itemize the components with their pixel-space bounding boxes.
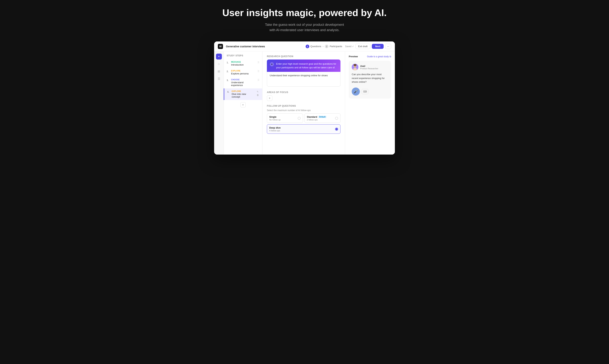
areas-label: Areas of focus bbox=[267, 91, 340, 94]
svg-point-6 bbox=[354, 64, 357, 66]
research-banner: ✦ Enter your high level research goal an… bbox=[267, 60, 340, 72]
agent-name: Axel bbox=[360, 65, 378, 67]
step-arrow: › bbox=[323, 45, 323, 48]
preview-avatar-row: Axel Product Researcher bbox=[352, 64, 388, 70]
app-logo: W bbox=[218, 44, 223, 49]
app-window: W Generative customer interviews 1 Quest… bbox=[214, 41, 395, 155]
step-1-label: Introduction bbox=[231, 63, 256, 66]
followup-option-single[interactable]: Single No follow-up bbox=[267, 114, 303, 123]
step-item-2[interactable]: 2. EXPLORE Explore persona ⠿ bbox=[224, 68, 262, 77]
areas-section: Areas of focus + bbox=[267, 91, 340, 101]
preview-agent-info: Axel Product Researcher bbox=[360, 65, 378, 70]
title-bar-actions: Saved ✓ Exit draft Next ··· bbox=[345, 44, 391, 49]
sidebar-grid-icon[interactable]: ⊞ bbox=[216, 68, 222, 74]
sidebar-home-icon[interactable]: ⌂ bbox=[216, 61, 222, 67]
hero-subtitle: Take the guess-work out of your product … bbox=[222, 22, 387, 33]
step-4-delete-icon[interactable]: 🗑 bbox=[256, 94, 259, 97]
svg-point-5 bbox=[355, 66, 356, 66]
standard-sub: 2 follow-ups bbox=[307, 119, 333, 121]
research-textarea[interactable] bbox=[267, 72, 340, 87]
preview-header: Preview Guide to a great study ⧉ bbox=[349, 55, 391, 58]
standard-radio bbox=[335, 117, 338, 120]
step-item-3[interactable]: 3. CHOOSE Understand experience ⠿ bbox=[224, 77, 262, 88]
saved-indicator: Saved ✓ bbox=[345, 45, 354, 48]
step-1-badge: 1 Questions bbox=[306, 45, 321, 48]
sidebar-icons: + ⌂ ⊞ ☰ bbox=[214, 52, 224, 155]
title-bar: W Generative customer interviews 1 Quest… bbox=[214, 41, 395, 52]
default-badge: Default bbox=[318, 116, 326, 118]
step-4-label: Dive into new concept bbox=[232, 93, 254, 98]
banner-sparkle-icon: ✦ bbox=[270, 62, 274, 66]
step-4-actions: ✎ 🗑 bbox=[256, 90, 259, 97]
step-4-type: EXPLORE bbox=[232, 90, 254, 92]
more-options-button[interactable]: ··· bbox=[385, 44, 391, 49]
deep-dive-radio bbox=[335, 128, 338, 130]
guide-link[interactable]: Guide to a great study ⧉ bbox=[367, 55, 391, 58]
preview-panel: Preview Guide to a great study ⧉ bbox=[345, 52, 395, 155]
step-1-type: MESSAGE bbox=[231, 61, 256, 63]
agent-role: Product Researcher bbox=[360, 67, 378, 70]
mic-icon: 🎤 bbox=[354, 90, 358, 94]
steps-add-button[interactable]: + bbox=[240, 102, 246, 107]
step-2-label: Explore persona bbox=[231, 72, 256, 75]
exit-draft-button[interactable]: Exit draft bbox=[355, 44, 370, 49]
followup-section: Follow-up questions Select the maximum n… bbox=[267, 105, 340, 134]
hero-title: User insights magic, powered by AI. bbox=[222, 7, 387, 18]
single-sub: No follow-up bbox=[269, 119, 296, 121]
sidebar-doc-icon[interactable]: ☰ bbox=[216, 76, 222, 82]
keyboard-icon: ⌨ bbox=[363, 90, 367, 93]
app-title: Generative customer interviews bbox=[226, 45, 303, 48]
hero-section: User insights magic, powered by AI. Take… bbox=[222, 7, 387, 33]
step-2-type: EXPLORE bbox=[231, 70, 256, 72]
research-question-label: Research question bbox=[267, 55, 340, 58]
step-3-type: CHOOSE bbox=[231, 79, 256, 81]
main-layout: + ⌂ ⊞ ☰ Study steps 1. MESSAGE Introduct… bbox=[214, 52, 395, 155]
single-title: Single bbox=[269, 116, 296, 118]
keyboard-button[interactable]: ⌨ bbox=[362, 89, 368, 94]
mic-button[interactable]: 🎤 bbox=[352, 88, 360, 96]
followup-option-deep-dive[interactable]: Deep dive 4 follow-ups bbox=[267, 124, 340, 134]
step-3-label: Understand experience bbox=[231, 81, 256, 87]
preview-title: Preview bbox=[349, 55, 358, 58]
step-progress: 1 Questions › 2 Participants bbox=[306, 45, 342, 48]
svg-point-4 bbox=[354, 66, 355, 66]
step-2-drag-icon: ⠿ bbox=[257, 70, 259, 73]
followup-sub-label: Select the maximum number of AI follow-u… bbox=[267, 109, 340, 112]
step-item-4[interactable]: 4. EXPLORE Dive into new concept ✎ 🗑 bbox=[224, 88, 262, 100]
preview-controls: 🎤 ⌨ bbox=[352, 88, 388, 96]
single-radio bbox=[298, 117, 301, 120]
next-button[interactable]: Next bbox=[372, 44, 384, 49]
banner-text: Enter your high level research goal and … bbox=[276, 62, 337, 69]
followup-option-standard[interactable]: Standard Default 2 follow-ups bbox=[304, 114, 341, 123]
deep-dive-sub: 4 follow-ups bbox=[269, 130, 333, 132]
preview-message: Can you describe your most recent experi… bbox=[352, 73, 388, 84]
step-3-drag-icon: ⠿ bbox=[257, 79, 259, 82]
step-4-edit-icon[interactable]: ✎ bbox=[256, 90, 259, 93]
followup-label: Follow-up questions bbox=[267, 105, 340, 107]
step-2-badge: 2 Participants bbox=[325, 45, 342, 48]
content-area: Research question ✦ Enter your high leve… bbox=[263, 52, 345, 155]
areas-add-button[interactable]: + bbox=[267, 95, 272, 101]
standard-title: Standard Default bbox=[307, 116, 333, 118]
sidebar-add-button[interactable]: + bbox=[216, 54, 222, 60]
avatar-image bbox=[352, 64, 358, 70]
steps-panel-title: Study steps bbox=[224, 54, 262, 59]
followup-options-row: Single No follow-up Standard Default 2 f… bbox=[267, 114, 340, 123]
preview-card: Axel Product Researcher Can you describe… bbox=[349, 61, 391, 98]
avatar bbox=[352, 64, 358, 70]
step-item-1[interactable]: 1. MESSAGE Introduction ⠿ bbox=[224, 59, 262, 68]
step-1-drag-icon: ⠿ bbox=[257, 61, 259, 64]
deep-dive-title: Deep dive bbox=[269, 126, 333, 129]
steps-panel: Study steps 1. MESSAGE Introduction ⠿ 2.… bbox=[224, 52, 263, 155]
guide-link-icon: ⧉ bbox=[389, 55, 391, 58]
